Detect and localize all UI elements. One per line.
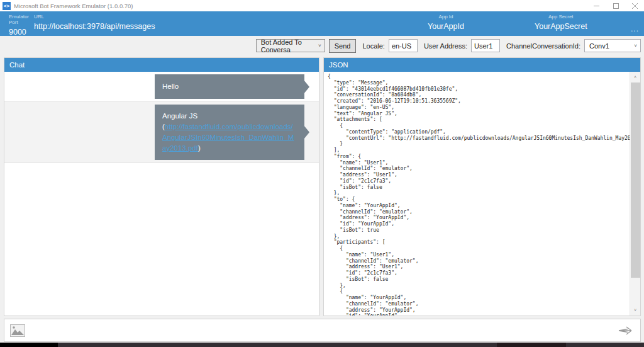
send-message-button[interactable] — [616, 324, 634, 338]
bubble-tail-icon — [304, 125, 309, 139]
chevron-down-icon: ˅ — [634, 43, 637, 48]
more-options-button[interactable]: ... — [631, 25, 639, 33]
url-label: URL — [34, 14, 155, 20]
toolbar: Bot Added To Conversa ˅ Send Locale: Use… — [0, 36, 644, 55]
chat-message-text: ) — [198, 144, 201, 152]
app-secret-value[interactable]: YourAppSecret — [535, 22, 587, 31]
send-button[interactable]: Send — [329, 39, 357, 53]
minimize-button[interactable] — [587, 0, 606, 11]
bubble-tail-icon — [304, 80, 309, 94]
maximize-button[interactable] — [606, 0, 625, 11]
window-controls — [587, 0, 644, 11]
taskbar-strip — [0, 343, 644, 347]
json-viewer: { "type": "Message", "id": "43014eebcd1f… — [324, 72, 640, 316]
chat-panel-header: Chat — [4, 58, 319, 72]
locale-input[interactable] — [389, 39, 418, 52]
app-id-value[interactable]: YourAppId — [428, 22, 464, 31]
app-secret-label: App Secret — [535, 14, 587, 20]
chat-message-text: Hello — [162, 81, 179, 92]
user-address-label: User Address: — [424, 42, 467, 50]
taskbar-segment — [497, 343, 566, 347]
maximize-icon — [613, 3, 619, 9]
app-icon: <> — [3, 2, 11, 10]
attach-image-button[interactable] — [9, 324, 26, 338]
app-id-field[interactable]: App Id YourAppId — [428, 11, 464, 31]
scroll-down-button[interactable]: ˅ — [630, 305, 640, 316]
main-area: Chat Hello Angular JS (http://fastandflu… — [0, 57, 644, 316]
conversation-type-select[interactable]: Bot Added To Conversa ˅ — [256, 39, 325, 52]
json-panel: JSON { "type": "Message", "id": "43014ee… — [323, 57, 641, 316]
app-id-label: App Id — [428, 14, 464, 20]
message-input-bar[interactable] — [4, 319, 641, 342]
minimize-icon — [594, 3, 600, 9]
taskbar-segment — [0, 343, 58, 347]
send-icon — [618, 325, 633, 336]
close-icon — [632, 3, 638, 9]
channel-conversation-label: ChannelConversationId: — [506, 42, 580, 50]
close-button[interactable] — [625, 0, 644, 11]
scrollbar-thumb[interactable] — [631, 82, 640, 278]
chat-bubble: Hello — [155, 74, 304, 99]
chat-message-row: Angular JS (http://fastandfluid.com/publ… — [4, 102, 319, 163]
app-secret-field[interactable]: App Secret YourAppSecret — [535, 11, 587, 31]
chat-message-list: Hello Angular JS (http://fastandfluid.co… — [4, 72, 319, 316]
chat-bubble: Angular JS (http://fastandfluid.com/publ… — [155, 105, 304, 160]
chat-message-row: Hello — [4, 72, 319, 102]
emulator-port-value[interactable]: 9000 — [9, 28, 33, 37]
chevron-down-icon: ˅ — [318, 43, 321, 48]
chat-panel: Chat Hello Angular JS (http://fastandflu… — [4, 57, 319, 316]
channel-conversation-value: Conv1 — [589, 42, 609, 50]
scroll-up-button[interactable]: ˄ — [630, 72, 640, 82]
emulator-port-field[interactable]: Emulator Port 9000 — [0, 11, 33, 36]
json-panel-header: JSON — [324, 58, 640, 72]
locale-label: Locale: — [362, 42, 384, 50]
title-bar: <> Microsoft Bot Framework Emulator (1.0… — [0, 0, 644, 11]
json-content: { "type": "Message", "id": "43014eebcd1f… — [324, 72, 630, 316]
attachment-link[interactable]: http://fastandfluid.com/publicdownloads/… — [162, 123, 294, 152]
conversation-type-value: Bot Added To Conversa — [261, 38, 313, 54]
image-icon — [10, 324, 25, 337]
json-scrollbar[interactable]: ˄ ˅ — [630, 72, 640, 316]
window-title: Microsoft Bot Framework Emulator (1.0.0.… — [14, 3, 587, 9]
url-value[interactable]: http://localhost:3978/api/messages — [34, 22, 155, 31]
url-field[interactable]: URL http://localhost:3978/api/messages — [33, 11, 155, 36]
connection-header: Emulator Port 9000 URL http://localhost:… — [0, 11, 644, 36]
emulator-port-label: Emulator Port — [9, 14, 33, 25]
channel-conversation-select[interactable]: Conv1 ˅ — [584, 39, 641, 52]
user-address-input[interactable] — [471, 39, 500, 52]
